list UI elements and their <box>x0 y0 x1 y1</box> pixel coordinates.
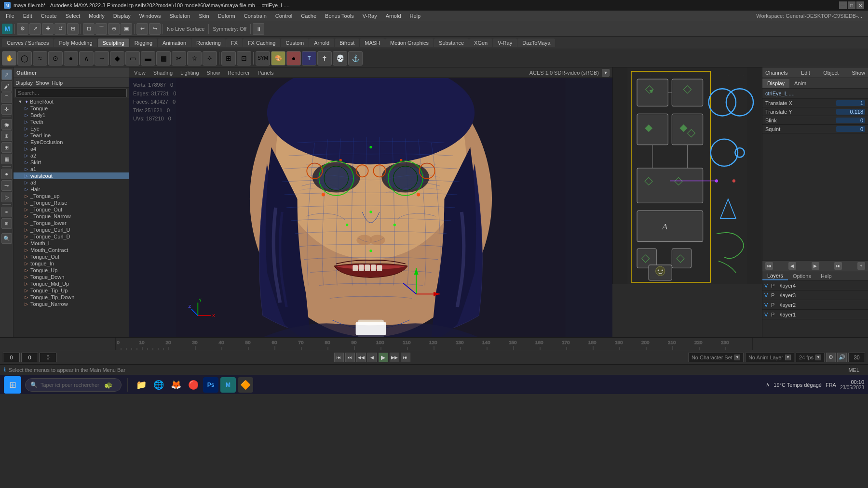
tab-motion-graphics[interactable]: Motion Graphics <box>385 39 434 47</box>
tree-item-tongue-in[interactable]: ▷ tongue_In <box>14 260 129 267</box>
frame-current-input[interactable] <box>21 353 38 362</box>
timeline-settings[interactable]: ⚙ <box>826 353 836 362</box>
timeline-area[interactable]: 0 10 20 30 40 50 60 70 80 90 1 <box>0 337 868 350</box>
tab-rigging[interactable]: Rigging <box>130 39 157 47</box>
tree-item-tongue-tip-up[interactable]: ▷ Tongue_Tip_Up <box>14 287 129 294</box>
frame-end-input[interactable] <box>848 353 865 362</box>
cb-tab-display[interactable]: Display <box>762 79 789 88</box>
show-label[interactable]: Show <box>852 70 865 76</box>
tree-item-a2[interactable]: ▷ a2 <box>14 152 129 159</box>
menu-help[interactable]: Help <box>406 12 425 20</box>
layer1-vp[interactable]: V <box>764 312 771 317</box>
layer-tab-options[interactable]: Options <box>788 272 816 280</box>
shelf-tpose[interactable]: T <box>302 51 316 66</box>
vp-render-settings[interactable]: ▼ <box>602 69 610 77</box>
play-forward[interactable]: ▶ <box>379 353 388 362</box>
lt-lattice[interactable]: ⊞ <box>1 142 12 153</box>
tree-item-eye[interactable]: ▷ Eye <box>14 125 129 132</box>
tree-item-tongue[interactable]: ▷ Tongue <box>14 105 129 112</box>
lt-skin[interactable]: ▷ <box>1 192 12 202</box>
layer-row-2[interactable]: V P /layer2 <box>762 300 868 310</box>
tree-item-tongue-narrow2[interactable]: ▷ Tongue_Narrow <box>14 301 129 307</box>
shelf-sculpt-pinch[interactable]: ∧ <box>79 51 94 66</box>
tree-item-tongue-out[interactable]: ▷ _Tongue_Out <box>14 206 129 213</box>
outliner-menu-display[interactable]: Display <box>15 80 33 86</box>
frame-display-input[interactable] <box>40 353 56 362</box>
tb-move-btn[interactable]: ✚ <box>42 23 54 35</box>
shelf-sculpt-slide[interactable]: → <box>95 51 109 66</box>
tb-redo[interactable]: ↪ <box>149 23 161 35</box>
shelf-sculpt-flatten[interactable]: ▬ <box>141 51 155 66</box>
shelf-sculpt-smooth[interactable]: ◯ <box>17 51 32 66</box>
blink-value[interactable]: 0 <box>836 118 865 123</box>
shelf-sym-x[interactable]: SYM <box>256 51 270 66</box>
tree-item-tongue-curl-d[interactable]: ▷ _Tongue_Curl_D <box>14 233 129 240</box>
tree-item-tongue-curl-u[interactable]: ▷ _Tongue_Curl_U <box>14 226 129 233</box>
vp-menu-view[interactable]: View <box>132 70 148 76</box>
menu-arnold[interactable]: Arnold <box>382 12 405 20</box>
tree-item-mouth-contract[interactable]: ▷ Mouth_Contract <box>14 247 129 253</box>
play-prev-key[interactable]: ⏭ <box>345 353 355 362</box>
layer3-vp[interactable]: V <box>764 292 771 298</box>
tab-rendering[interactable]: Rendering <box>191 39 226 47</box>
character-set-dropdown[interactable]: ▼ <box>734 355 740 360</box>
tb-snap-grid[interactable]: ⊡ <box>83 23 95 35</box>
layer-tab-layers[interactable]: Layers <box>762 272 788 280</box>
tab-animation[interactable]: Animation <box>158 39 191 47</box>
squint-value[interactable]: 0 <box>836 126 865 132</box>
lt-joint[interactable]: ● <box>1 169 12 179</box>
shelf-sculpt-relax[interactable]: ≈ <box>33 51 47 66</box>
minimize-button[interactable]: — <box>839 1 847 9</box>
viewport[interactable]: View Shading Lighting Show Renderer Pane… <box>129 67 612 337</box>
titlebar-controls[interactable]: — □ ✕ <box>839 1 864 9</box>
tree-item-tongue-narrow[interactable]: ▷ _Tongue_Narrow <box>14 213 129 220</box>
layer1-p[interactable]: P <box>771 312 778 317</box>
taskbar-file-explorer[interactable]: 📁 <box>134 377 149 393</box>
tb-rigging-btn[interactable]: ⚙ <box>17 23 28 35</box>
tree-item-tongue-tip-down[interactable]: ▷ Tongue_Tip_Down <box>14 294 129 301</box>
tree-item-a4[interactable]: ▷ a4 <box>14 145 129 152</box>
menu-select[interactable]: Select <box>62 12 84 20</box>
tree-item-skirt[interactable]: ▷ Skirt <box>14 159 129 166</box>
layer-add[interactable]: + <box>857 262 865 270</box>
outliner-menu-show[interactable]: Show <box>36 80 49 86</box>
channel-translate-y[interactable]: Translate Y 0.118 <box>762 107 868 116</box>
shelf-color[interactable]: 🎨 <box>271 51 285 66</box>
taskbar-photoshop[interactable]: Ps <box>203 377 218 393</box>
shelf-sculpt-pull[interactable]: ⊙ <box>48 51 63 66</box>
tab-sculpting[interactable]: Sculpting <box>98 39 129 47</box>
layer4-p[interactable]: P <box>771 283 778 289</box>
menu-skin[interactable]: Skin <box>195 12 213 20</box>
shelf-grid[interactable]: ⊞ <box>221 51 236 66</box>
layer-row-4[interactable]: V P /layer4 <box>762 281 868 290</box>
tab-fx[interactable]: FX <box>226 39 243 47</box>
play-step-forward[interactable]: ▶▶ <box>390 353 399 362</box>
layer-nav-next[interactable]: ▶ <box>812 262 819 270</box>
tab-vray[interactable]: V-Ray <box>493 39 517 47</box>
taskbar-search-bar[interactable]: 🔍 Taper ici pour rechercher 🐢 <box>25 378 122 392</box>
menu-deform[interactable]: Deform <box>214 12 239 20</box>
shelf-vertex-color[interactable]: ● <box>286 51 301 66</box>
tree-item-hair[interactable]: ▷ Hair <box>14 186 129 193</box>
menu-vray[interactable]: V-Ray <box>359 12 381 20</box>
shelf-sculpt-smear[interactable]: ⟣ <box>203 51 217 66</box>
shelf-sculpt-push[interactable]: ● <box>64 51 78 66</box>
tab-arnold[interactable]: Arnold <box>309 39 334 47</box>
lt-list[interactable]: ≡ <box>1 207 12 217</box>
tree-item-waistcoat[interactable]: ▷ waistcoat <box>14 172 129 179</box>
layer3-p[interactable]: P <box>771 292 778 298</box>
tab-poly-modeling[interactable]: Poly Modeling <box>54 39 97 47</box>
tree-item-tongue-out2[interactable]: ▷ Tongue_Out <box>14 253 129 260</box>
lt-ik[interactable]: ⊸ <box>1 180 12 191</box>
layer-tab-help[interactable]: Help <box>816 272 837 280</box>
vp-menu-lighting[interactable]: Lighting <box>178 70 201 76</box>
tb-scale-btn[interactable]: ⊞ <box>67 23 79 35</box>
lt-paint[interactable]: 🖌 <box>1 81 12 92</box>
taskbar-app3[interactable]: 🔴 <box>186 377 201 393</box>
tab-xgen[interactable]: XGen <box>469 39 492 47</box>
tb-select-btn[interactable]: ↗ <box>29 23 41 35</box>
layer-nav-first[interactable]: ⏮ <box>765 262 773 270</box>
menu-control[interactable]: Control <box>271 12 296 20</box>
tree-item-teeth[interactable]: ▷ Teeth <box>14 119 129 125</box>
tree-item-tongue-up[interactable]: ▷ _Tongue_up <box>14 193 129 199</box>
